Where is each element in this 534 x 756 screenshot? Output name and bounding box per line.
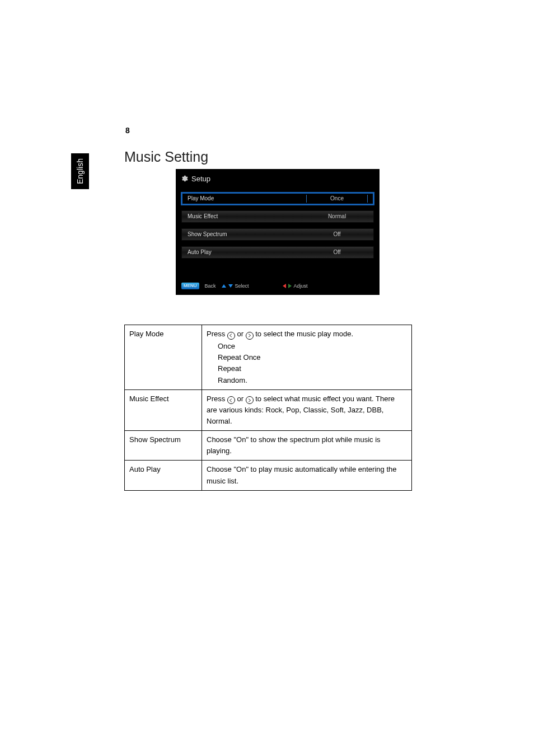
- setting-name: Music Effect: [125, 389, 202, 430]
- left-arrow-icon: [227, 396, 235, 404]
- triangle-up-icon: [222, 284, 226, 288]
- osd-footer-select-label: Select: [235, 284, 249, 289]
- left-arrow-icon: [227, 332, 235, 340]
- list-item: Repeat Once: [218, 352, 407, 363]
- table-row: Auto Play Choose "On" to play music auto…: [125, 461, 412, 490]
- osd-row-play-mode[interactable]: Play Mode Once: [181, 192, 374, 205]
- setting-description: Choose "On" to play music automatically …: [202, 461, 412, 490]
- setting-description: Press or to select the music play mode. …: [202, 325, 412, 390]
- osd-rows: Play Mode Once Music Effect Normal Show …: [176, 188, 380, 259]
- triangle-down-icon: [228, 284, 233, 288]
- osd-row-value: Off: [306, 250, 368, 255]
- osd-row-value: Off: [306, 232, 368, 237]
- gear-icon: [180, 175, 188, 182]
- description-table: Play Mode Press or to select the music p…: [124, 325, 412, 491]
- osd-row-label: Music Effect: [188, 214, 218, 219]
- osd-row-auto-play[interactable]: Auto Play Off: [181, 246, 374, 259]
- list-item: Random.: [218, 375, 407, 386]
- triangle-left-icon: [283, 284, 286, 288]
- options-list: Once Repeat Once Repeat Random.: [218, 341, 407, 386]
- osd-row-label: Play Mode: [188, 196, 214, 201]
- osd-title: Setup: [191, 175, 210, 182]
- osd-footer-menu-button: MENU: [181, 283, 199, 289]
- osd-row-show-spectrum[interactable]: Show Spectrum Off: [181, 228, 374, 241]
- setting-name: Show Spectrum: [125, 431, 202, 461]
- setting-description: Choose "On" to show the spectrum plot wh…: [202, 431, 412, 461]
- osd-row-music-effect[interactable]: Music Effect Normal: [181, 210, 374, 223]
- osd-footer-adjust: Adjust: [283, 284, 308, 289]
- right-arrow-icon: [246, 332, 254, 340]
- table-row: Music Effect Press or to select what mus…: [125, 389, 412, 430]
- osd-row-label: Auto Play: [188, 250, 212, 255]
- table-row: Show Spectrum Choose "On" to show the sp…: [125, 431, 412, 461]
- setting-name: Auto Play: [125, 461, 202, 490]
- osd-footer-back-label: Back: [205, 284, 216, 289]
- section-title: Music Setting: [124, 149, 208, 165]
- setting-name: Play Mode: [125, 325, 202, 390]
- triangle-right-icon: [288, 284, 292, 288]
- list-item: Repeat: [218, 363, 407, 374]
- osd-header: Setup: [176, 169, 380, 188]
- language-tab: English: [71, 153, 89, 189]
- language-tab-label: English: [76, 158, 85, 184]
- right-arrow-icon: [246, 396, 254, 404]
- table-row: Play Mode Press or to select the music p…: [125, 325, 412, 390]
- setting-description: Press or to select what music effect you…: [202, 389, 412, 430]
- osd-footer: MENU Back Select Adjust: [181, 283, 308, 289]
- page-number: 8: [125, 126, 130, 135]
- list-item: Once: [218, 341, 407, 352]
- osd-footer-adjust-label: Adjust: [294, 284, 308, 289]
- osd-footer-select: Select: [222, 284, 249, 289]
- osd-row-label: Show Spectrum: [188, 232, 227, 237]
- osd-screenshot: Setup Play Mode Once Music Effect Normal…: [176, 169, 380, 295]
- osd-row-value: Normal: [306, 214, 368, 219]
- osd-row-value: Once: [306, 195, 368, 203]
